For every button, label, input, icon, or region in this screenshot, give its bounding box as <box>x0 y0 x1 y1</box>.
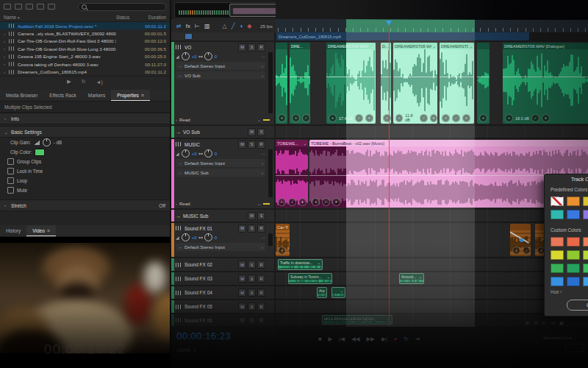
move-tool-icon[interactable]: ⇄ <box>176 24 182 29</box>
clip[interactable]: + ✓ ▾ <box>331 287 345 298</box>
clip-header[interactable]: Arp... <box>318 288 326 293</box>
input-selector[interactable]: → Default Stereo Input › <box>176 62 265 70</box>
color-swatch[interactable] <box>551 197 564 206</box>
solo-button[interactable]: S <box>248 316 256 325</box>
clip-gain-button[interactable]: + <box>512 247 520 255</box>
clip-header[interactable] <box>510 224 531 230</box>
color-swatch[interactable] <box>551 210 564 219</box>
clip-header[interactable] <box>276 43 287 49</box>
Cessna 195 Engine Start_2 48000 3.wav[interactable]: › Cessna 195 Engine Start_2 48000 3.wav … <box>0 53 170 60</box>
mute-button[interactable]: M <box>238 261 246 269</box>
expand-caret-icon[interactable]: › <box>4 39 9 43</box>
checkbox-row[interactable]: Mute <box>0 185 170 195</box>
mute-button[interactable]: M <box>238 224 246 233</box>
color-swatch[interactable] <box>567 263 580 273</box>
clip[interactable]: DRE... + ✓ ▾ <box>290 43 310 124</box>
checkbox-row[interactable]: Group Clips <box>0 157 170 166</box>
video-track-header[interactable] <box>171 32 274 40</box>
solo-button[interactable]: S <box>248 261 256 269</box>
track-name[interactable]: Sound FX 06 <box>184 318 236 323</box>
import-icon[interactable] <box>26 4 33 10</box>
track-name[interactable]: MUSIC Sub <box>183 213 245 219</box>
stop-button[interactable]: ■ <box>318 336 322 342</box>
mute-button[interactable]: M <box>248 212 256 220</box>
solo-button[interactable]: S <box>248 289 256 297</box>
arm-record-button[interactable]: R <box>257 141 265 149</box>
Car-Tire-OB-Gravel-Dirt-Roll-Fast-Skid 3 48000 3.wav[interactable]: › Car-Tire-OB-Gravel-Dirt-Roll-Fast-Skid… <box>0 38 170 45</box>
clip[interactable]: + ✓ ▾ <box>510 224 531 256</box>
VO[interactable]: → VO M S R ◢ +0 ▶◀ <box>171 42 274 124</box>
input-selector[interactable]: → Default Stereo Input › <box>176 243 265 251</box>
mute-button[interactable]: M <box>238 141 246 149</box>
volume-knob[interactable] <box>182 233 190 241</box>
open-file-icon[interactable] <box>15 4 22 10</box>
clip-gain-button[interactable]: + <box>278 114 286 122</box>
arm-record-button[interactable]: R <box>257 275 265 283</box>
mute-button[interactable]: M <box>238 289 246 297</box>
arm-record-button[interactable]: R <box>257 289 265 297</box>
pan-knob[interactable] <box>204 233 212 241</box>
panel-menu-icon[interactable]: ≡ <box>141 93 144 98</box>
arm-record-button[interactable]: R <box>257 43 265 52</box>
zoom-in-icon[interactable]: ⊕ <box>526 320 529 326</box>
play-preview-button[interactable]: ▶ <box>67 79 71 85</box>
pan-knob[interactable] <box>204 52 212 60</box>
clip-gain-knob[interactable] <box>43 138 51 146</box>
clip-header[interactable]: TOBEWE... <box>276 140 308 146</box>
record-button[interactable]: ● <box>394 336 398 342</box>
play-button[interactable]: ▶ <box>329 336 333 342</box>
clip-menu-button[interactable]: ▾ <box>542 114 550 122</box>
Sound FX 02[interactable]: → Sound FX 02 M S R ◢ +0 <box>171 258 274 271</box>
input-selector[interactable]: → Default Stereo Input › <box>176 159 265 167</box>
checkbox[interactable] <box>7 177 14 184</box>
color-swatch[interactable] <box>567 197 580 206</box>
track-name[interactable]: Sound FX 04 <box>184 290 236 295</box>
panel-tab[interactable]: Effects Rack ≡ <box>43 90 82 101</box>
arm-record-button[interactable]: R <box>257 261 265 269</box>
clip-gain-button[interactable]: + <box>479 114 487 122</box>
color-swatch[interactable] <box>583 263 588 273</box>
panel-menu-icon[interactable]: ≡ <box>193 347 196 353</box>
more-icon[interactable]: ⋯ <box>261 235 265 240</box>
mute-button[interactable]: M <box>238 302 246 311</box>
clip-color-swatch[interactable] <box>35 149 45 156</box>
Cessna taking off Denham 48000 3.wav[interactable]: › Cessna taking off Denham 48000 3.wav 0… <box>0 60 170 68</box>
track-name[interactable]: VO <box>184 45 236 50</box>
arm-record-button[interactable]: R <box>257 224 265 233</box>
clip-header[interactable] <box>332 288 345 293</box>
color-swatch[interactable] <box>583 250 588 260</box>
section-info[interactable]: › Info <box>0 113 170 124</box>
clip-fx-button[interactable]: ✓ <box>288 247 290 255</box>
clip[interactable]: TOBEWE... + ✓ ▾ <box>276 140 308 208</box>
clip[interactable]: Arp... + ✓ ▾ <box>317 287 327 298</box>
clip-header[interactable]: DRE... <box>290 43 310 49</box>
track-name[interactable]: MUSIC <box>184 142 236 147</box>
clip-gain-button[interactable]: + <box>278 247 286 255</box>
panel-tab[interactable]: History ≡ <box>0 225 26 236</box>
skip-back-button[interactable]: |◀ <box>339 336 345 342</box>
panel-tab[interactable]: Media Browser ≡ <box>0 90 43 101</box>
rewind-button[interactable]: ◀◀ <box>351 336 360 342</box>
pan-knob[interactable] <box>204 149 212 158</box>
panel-tab[interactable]: Markers ≡ <box>82 90 111 101</box>
link-media-icon[interactable] <box>37 4 44 10</box>
clip-header[interactable]: DREAMERST08.WAV [Dialogue] <box>503 43 588 49</box>
clip[interactable]: DREAMERST08.WAV [Dialogue] + 18.0 dB ✓ ▾ <box>503 43 588 124</box>
Sound FX 01[interactable]: → Sound FX 01 M S R ◢ +0 <box>171 223 274 257</box>
solo-button[interactable]: S <box>257 212 265 220</box>
fps-label[interactable]: 25 fps <box>258 23 275 29</box>
Camera ..ely slow_BLASTWAVEFX_09092 48000 3.wav[interactable]: › Camera ..ely slow_BLASTWAVEFX_09092 48… <box>0 29 170 37</box>
zoom-full-icon[interactable]: ▣ <box>559 320 564 326</box>
clip[interactable]: Traffic in downtow... + ✓ ▾ <box>278 259 323 270</box>
expand-caret-icon[interactable]: › <box>4 32 9 36</box>
playhead[interactable] <box>389 21 390 326</box>
checkbox-row[interactable]: Lock in Time <box>0 166 170 176</box>
trash-icon[interactable] <box>48 4 55 10</box>
color-swatch[interactable] <box>567 277 580 286</box>
clip[interactable]: Car-Ti... + ✓ ▾ <box>276 224 290 256</box>
Car-Tire-OB-Gravel-Dirt-Roll-Slow-Long 3 48000 3.wav[interactable]: › Car-Tire-OB-Gravel-Dirt-Roll-Slow-Long… <box>0 45 170 52</box>
more-icon[interactable]: ⋯ <box>261 151 265 156</box>
volume-knob[interactable] <box>182 149 190 158</box>
mute-button[interactable]: M <box>248 128 256 136</box>
clip-header[interactable]: Traffic in downtow... <box>279 260 322 265</box>
